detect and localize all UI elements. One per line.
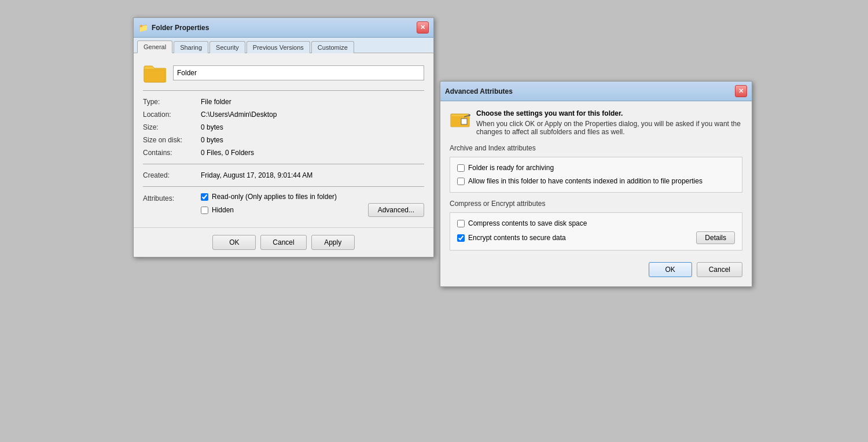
archive-check2[interactable] [457,178,465,185]
advanced-attrs-titlebar: Advanced Attributes ✕ [440,82,752,101]
archive-check2-label: Allow files in this folder to have conte… [468,176,703,186]
advanced-button[interactable]: Advanced... [368,203,424,217]
prop-size-label: Size: [143,123,201,131]
adv-description: Choose the settings you want for this fo… [476,109,742,136]
prop-contains: Contains: 0 Files, 0 Folders [143,146,424,159]
tab-sharing[interactable]: Sharing [174,41,208,53]
advanced-attrs-close-button[interactable]: ✕ [735,85,747,97]
adv-titlebar-left: Advanced Attributes [445,87,513,95]
attributes-controls: Read-only (Only applies to files in fold… [201,193,424,217]
tabs-bar: General Sharing Security Previous Versio… [134,38,433,53]
archive-section-title: Archive and Index attributes [450,144,742,152]
adv-bottom-buttons: OK Cancel [450,257,742,278]
folder-props-content: Type: File folder Location: C:\Users\Adm… [134,53,433,227]
archive-check1-row: Folder is ready for archiving [457,163,735,173]
adv-cancel-button[interactable]: Cancel [697,262,742,277]
archive-section-box: Folder is ready for archiving Allow file… [450,157,742,193]
advanced-attributes-window: Advanced Attributes ✕ Choose the setting… [440,81,752,287]
hidden-checkbox[interactable] [201,207,208,214]
encrypt-checkbox[interactable] [457,234,465,242]
compress-section-box: Compress contents to save disk space Enc… [450,212,742,251]
folder-large-icon [143,62,166,83]
separator-3 [143,186,424,187]
prop-contains-label: Contains: [143,149,201,157]
folder-props-close-button[interactable]: ✕ [417,21,429,34]
prop-size: Size: 0 bytes [143,121,424,134]
prop-location-value: C:\Users\Admin\Desktop [201,110,277,119]
adv-header-row: Choose the settings you want for this fo… [450,109,742,136]
prop-created-label: Created: [143,171,201,179]
properties-table: Type: File folder Location: C:\Users\Adm… [143,95,424,159]
tab-previous-versions[interactable]: Previous Versions [247,41,310,53]
folder-name-input[interactable] [173,65,424,80]
encrypt-row: Encrypt contents to secure data Details [457,231,735,244]
archive-check1[interactable] [457,164,465,172]
advanced-attrs-content: Choose the settings you want for this fo… [440,101,752,286]
prop-type: Type: File folder [143,95,424,108]
prop-size-on-disk-label: Size on disk: [143,136,201,144]
folder-props-title: Folder Properties [152,24,209,32]
cancel-button[interactable]: Cancel [260,235,306,250]
tab-security[interactable]: Security [209,41,245,53]
attributes-row: Attributes: Read-only (Only applies to f… [143,191,424,218]
prop-type-label: Type: [143,98,201,106]
tab-general[interactable]: General [137,40,172,53]
advanced-attrs-title: Advanced Attributes [445,87,513,95]
prop-contains-value: 0 Files, 0 Folders [201,149,254,157]
prop-size-on-disk-value: 0 bytes [201,136,223,144]
folder-title-icon: 📁 [138,23,148,32]
encrypt-check-row: Encrypt contents to secure data [457,233,566,243]
prop-size-value: 0 bytes [201,123,223,131]
folder-properties-window: 📁 Folder Properties ✕ General Sharing Se… [133,17,434,257]
folder-props-buttons: OK Cancel Apply [134,227,433,257]
details-button[interactable]: Details [696,231,735,244]
svg-rect-1 [461,119,467,124]
encrypt-label: Encrypt contents to secure data [468,233,566,243]
hidden-label: Hidden [212,206,234,214]
readonly-checkbox[interactable] [201,193,208,201]
readonly-label: Read-only (Only applies to files in fold… [212,193,337,201]
separator-2 [143,164,424,164]
adv-desc-line2: When you click OK or Apply on the Proper… [476,120,742,136]
attributes-label: Attributes: [143,193,201,202]
archive-check1-label: Folder is ready for archiving [468,163,554,173]
ok-button[interactable]: OK [212,235,256,250]
prop-type-value: File folder [201,98,231,106]
compress-check1[interactable] [457,220,465,227]
titlebar-left: 📁 Folder Properties [138,23,209,32]
compress-check1-label: Compress contents to save disk space [468,219,587,229]
adv-ok-button[interactable]: OK [649,262,692,277]
adv-folder-icon [450,109,470,130]
folder-header [143,62,424,83]
prop-created: Created: Friday, August 17, 2018, 9:01:4… [143,169,424,182]
prop-location-label: Location: [143,110,201,119]
readonly-check-row: Read-only (Only applies to files in fold… [201,193,424,201]
hidden-check-row: Hidden [201,206,234,214]
prop-created-value: Friday, August 17, 2018, 9:01:44 AM [201,171,312,179]
compress-section-title: Compress or Encrypt attributes [450,200,742,208]
prop-size-on-disk: Size on disk: 0 bytes [143,134,424,146]
separator-1 [143,90,424,91]
tab-customize[interactable]: Customize [311,41,354,53]
adv-desc-line1: Choose the settings you want for this fo… [476,109,742,117]
archive-check2-row: Allow files in this folder to have conte… [457,176,735,186]
apply-button[interactable]: Apply [311,235,355,250]
folder-props-titlebar: 📁 Folder Properties ✕ [134,18,433,38]
svg-marker-3 [469,114,470,116]
compress-check1-row: Compress contents to save disk space [457,219,735,229]
prop-location: Location: C:\Users\Admin\Desktop [143,108,424,121]
